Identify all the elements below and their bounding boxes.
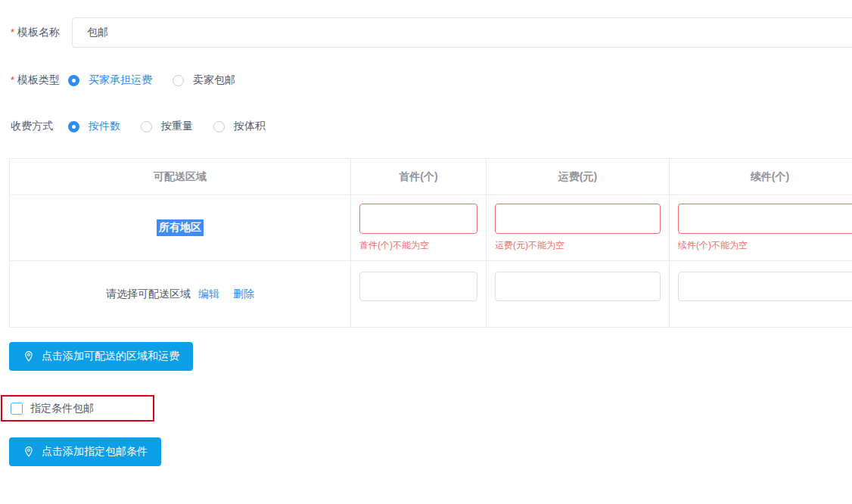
shipping-fee-error: 运费(元)不能为空 [495,239,661,252]
first-piece-input[interactable] [359,272,477,301]
radio-unselected-icon[interactable] [173,75,184,86]
required-asterisk: * [11,74,14,86]
additional-piece-input[interactable] [678,204,852,234]
radio-label[interactable]: 按重量 [161,120,193,133]
select-region-text: 请选择可配送区域 [106,288,191,300]
shipping-fee-cell: 运费(元)不能为空 [487,195,670,261]
template-type-label: *模板类型 [11,73,68,87]
add-region-button-label: 点击添加可配送的区域和运费 [42,350,179,363]
location-pin-icon [23,446,35,458]
template-name-row: *模板名称 [0,17,852,48]
radio-buyer-pays[interactable]: 买家承担运费 [68,73,152,87]
column-header-region: 可配送区域 [10,159,351,195]
template-type-row: *模板类型 买家承担运费 卖家包邮 [11,73,256,88]
shipping-fee-input[interactable] [495,272,661,301]
conditional-free-shipping-highlight: 指定条件包邮 [1,395,154,422]
radio-seller-free-shipping[interactable]: 卖家包邮 [173,73,235,87]
radio-unselected-icon[interactable] [213,121,225,132]
column-header-shipping-fee: 运费(元) [487,159,670,195]
radio-label[interactable]: 按体积 [234,120,266,133]
charge-method-row: 收费方式 按件数 按重量 按体积 [11,119,286,134]
radio-selected-icon[interactable] [68,75,79,86]
all-regions-text[interactable]: 所有地区 [157,219,204,236]
column-header-additional-piece: 续件(个) [670,159,852,195]
shipping-fee-cell [487,261,670,328]
template-name-input[interactable] [72,17,852,48]
charge-method-label: 收费方式 [11,120,68,133]
radio-label[interactable]: 按件数 [89,120,120,133]
additional-piece-error: 续件(个)不能为空 [678,239,852,252]
first-piece-cell: 首件(个)不能为空 [351,195,487,261]
additional-piece-cell [670,261,852,328]
column-header-first-piece: 首件(个) [351,159,487,195]
conditional-free-shipping-label[interactable]: 指定条件包邮 [30,402,94,415]
additional-piece-cell: 续件(个)不能为空 [670,195,852,261]
conditional-free-shipping-checkbox[interactable] [11,403,23,415]
region-cell: 所有地区 [10,195,351,261]
add-condition-button-label: 点击添加指定包邮条件 [42,445,148,459]
shipping-template-form: *模板名称 *模板类型 买家承担运费 卖家包邮 收费方式 按件数 按重量 按体积 [0,0,852,504]
required-asterisk: * [11,26,14,38]
first-piece-error: 首件(个)不能为空 [359,239,477,252]
shipping-fee-input[interactable] [495,204,661,234]
additional-piece-input[interactable] [678,272,852,301]
table-row-select-region: 请选择可配送区域 编辑 删除 [10,261,852,328]
radio-label[interactable]: 买家承担运费 [89,73,152,87]
radio-by-weight[interactable]: 按重量 [141,120,193,133]
first-piece-cell [351,261,487,328]
radio-by-volume[interactable]: 按体积 [213,120,266,133]
radio-label[interactable]: 卖家包邮 [193,73,235,87]
location-pin-icon [23,350,35,362]
table-row-all-regions: 所有地区 首件(个)不能为空 运费(元)不能为空 续件(个)不能为空 [10,195,852,261]
first-piece-input[interactable] [359,204,477,234]
table-header-row: 可配送区域 首件(个) 运费(元) 续件(个) [10,159,852,195]
add-condition-button[interactable]: 点击添加指定包邮条件 [9,437,161,466]
radio-by-piece[interactable]: 按件数 [68,120,120,133]
template-name-label: *模板名称 [11,26,60,39]
edit-link[interactable]: 编辑 [198,288,219,300]
add-region-button[interactable]: 点击添加可配送的区域和运费 [9,342,193,371]
radio-unselected-icon[interactable] [141,121,152,132]
shipping-fee-table: 可配送区域 首件(个) 运费(元) 续件(个) 所有地区 首件(个)不能为空 运… [9,158,852,328]
region-cell: 请选择可配送区域 编辑 删除 [10,261,351,328]
radio-selected-icon[interactable] [68,121,79,132]
delete-link[interactable]: 删除 [233,288,254,300]
